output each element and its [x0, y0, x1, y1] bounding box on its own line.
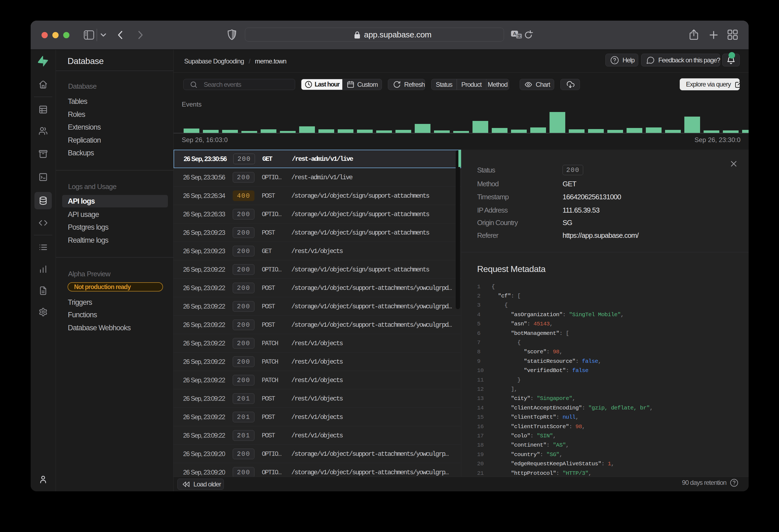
svg-text:文: 文: [517, 34, 521, 38]
svg-text:A: A: [513, 31, 516, 36]
